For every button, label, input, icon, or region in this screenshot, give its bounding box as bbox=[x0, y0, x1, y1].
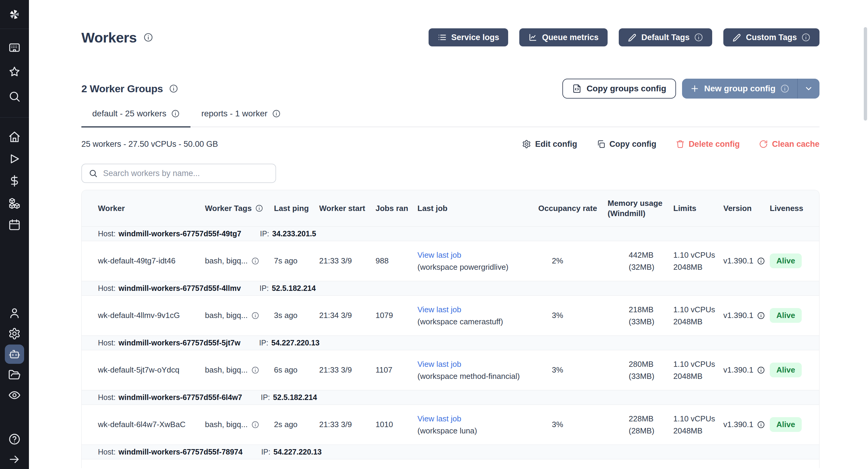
jobs-ran: 1010 bbox=[375, 405, 417, 445]
sidebar-item-schedules[interactable] bbox=[5, 215, 24, 234]
sidebar-item-home[interactable] bbox=[5, 127, 24, 147]
delete-config-label: Delete config bbox=[689, 139, 740, 149]
limit-memory: 2048MB bbox=[673, 426, 703, 435]
scrollbar-thumb[interactable] bbox=[864, 27, 867, 121]
sidebar-item-users[interactable] bbox=[5, 304, 24, 323]
worker-row: wk-default-6l4w7-XwBaC bash, bigq... 2s … bbox=[82, 405, 819, 445]
jobs-ran: 1107 bbox=[375, 350, 417, 390]
info-icon[interactable] bbox=[144, 33, 153, 42]
worker-group-tabs: default - 25 workers reports - 1 worker bbox=[82, 107, 819, 127]
col-worker: Worker bbox=[82, 190, 205, 226]
search-input[interactable] bbox=[103, 169, 269, 178]
chevron-down-icon bbox=[804, 84, 813, 93]
tab-default[interactable]: default - 25 workers bbox=[82, 107, 190, 127]
host-ip: 52.5.182.214 bbox=[273, 393, 317, 402]
info-icon[interactable] bbox=[757, 421, 765, 429]
sidebar-item-settings[interactable] bbox=[5, 324, 24, 343]
edit-config-button[interactable]: Edit config bbox=[522, 139, 577, 149]
pencil-icon bbox=[733, 33, 741, 42]
ip-label: IP: bbox=[259, 284, 269, 292]
ip-label: IP: bbox=[261, 447, 271, 456]
worker-tags: bash, bigq... bbox=[205, 256, 248, 265]
view-last-job-link[interactable]: View last job bbox=[417, 414, 461, 423]
edit-config-label: Edit config bbox=[535, 139, 577, 149]
worker-version: v1.390.1 bbox=[723, 420, 753, 429]
jobs-ran: 1079 bbox=[375, 295, 417, 336]
windmill-logo[interactable] bbox=[0, 0, 29, 29]
sidebar-item-resources[interactable] bbox=[5, 193, 24, 213]
copy-config-button[interactable]: Copy config bbox=[596, 139, 656, 149]
new-group-config-dropdown[interactable] bbox=[798, 79, 819, 99]
workers-table: Worker Worker Tags Last ping Worker star… bbox=[82, 190, 819, 468]
sidebar-item-favorites[interactable] bbox=[5, 62, 24, 82]
col-worker-start: Worker start bbox=[319, 190, 375, 226]
info-icon[interactable] bbox=[251, 257, 259, 265]
copy-groups-config-button[interactable]: Copy groups config bbox=[562, 79, 676, 99]
info-icon[interactable] bbox=[757, 366, 765, 374]
view-last-job-link[interactable]: View last job bbox=[417, 305, 461, 314]
occupancy-rate: 3% bbox=[538, 350, 608, 390]
occupancy-rate: 2% bbox=[538, 241, 608, 281]
last-ping: 7s ago bbox=[274, 241, 319, 281]
memory-windmill: (32MB) bbox=[629, 262, 654, 272]
info-icon[interactable] bbox=[251, 421, 259, 429]
col-memory-usage: Memory usage (Windmill) bbox=[608, 190, 673, 226]
view-last-job-link[interactable]: View last job bbox=[417, 250, 461, 259]
sidebar-item-help[interactable] bbox=[5, 430, 24, 449]
calendar-icon bbox=[8, 219, 21, 231]
host-ip: 52.5.182.214 bbox=[272, 284, 316, 292]
worker-version: v1.390.1 bbox=[723, 256, 753, 265]
info-icon bbox=[272, 110, 281, 118]
info-icon[interactable] bbox=[757, 257, 765, 265]
copy-config-label: Copy config bbox=[610, 139, 656, 149]
copy-icon bbox=[596, 139, 606, 149]
chart-icon bbox=[528, 33, 537, 42]
info-icon[interactable] bbox=[255, 205, 263, 212]
cubes-icon bbox=[8, 196, 21, 209]
host-name: windmill-workers-67757d55f-6l4w7 bbox=[119, 393, 242, 402]
info-icon[interactable] bbox=[251, 312, 259, 319]
memory-windmill: (33MB) bbox=[629, 317, 654, 326]
sidebar-item-workers[interactable] bbox=[5, 345, 24, 364]
clean-cache-button[interactable]: Clean cache bbox=[759, 139, 819, 149]
queue-metrics-button[interactable]: Queue metrics bbox=[519, 28, 608, 46]
sidebar-item-folders[interactable] bbox=[5, 365, 24, 384]
sidebar-item-audit-logs[interactable] bbox=[5, 385, 24, 405]
sidebar-item-runs[interactable] bbox=[5, 149, 24, 168]
pencil-icon bbox=[628, 33, 637, 42]
page-title: Workers bbox=[82, 29, 137, 46]
ip-label: IP: bbox=[260, 229, 269, 238]
memory-usage: 228MB bbox=[629, 414, 653, 423]
host-row: Host:windmill-workers-67757d55f-5jt7wIP:… bbox=[82, 336, 819, 350]
sidebar-item-variables[interactable] bbox=[5, 171, 24, 190]
limit-cpu: 1.10 vCPUs bbox=[673, 250, 715, 259]
search-icon bbox=[89, 169, 98, 178]
worker-name: wk-default-5jt7w-oYdcq bbox=[82, 350, 205, 390]
host-row: Host:windmill-workers-67757d55f-4llmvIP:… bbox=[82, 281, 819, 295]
custom-tags-button[interactable]: Custom Tags bbox=[723, 28, 819, 46]
limit-memory: 2048MB bbox=[673, 317, 703, 326]
default-tags-button[interactable]: Default Tags bbox=[619, 28, 712, 46]
delete-config-button[interactable]: Delete config bbox=[676, 139, 740, 149]
play-icon bbox=[8, 153, 21, 165]
group-summary: 25 workers - 27.50 vCPUs - 50.00 GB bbox=[82, 139, 218, 149]
sidebar-item-workspace[interactable] bbox=[5, 38, 24, 57]
sidebar-item-expand[interactable] bbox=[5, 450, 24, 469]
tab-reports[interactable]: reports - 1 worker bbox=[190, 107, 291, 127]
host-label: Host: bbox=[98, 447, 116, 456]
service-logs-button[interactable]: Service logs bbox=[429, 28, 508, 46]
limit-cpu: 1.10 vCPUs bbox=[673, 305, 715, 314]
host-ip: 34.233.201.5 bbox=[272, 229, 316, 238]
info-icon[interactable] bbox=[251, 366, 259, 374]
new-group-config-button[interactable]: New group config bbox=[682, 79, 819, 99]
view-last-job-link[interactable]: View last job bbox=[417, 359, 461, 369]
default-tags-label: Default Tags bbox=[641, 33, 689, 42]
gear-icon bbox=[8, 327, 21, 340]
info-icon[interactable] bbox=[169, 84, 178, 93]
worker-tags: bash, bigq... bbox=[205, 420, 248, 429]
last-job-workspace: (workspace method-financial) bbox=[417, 372, 520, 381]
sidebar-item-search[interactable] bbox=[5, 87, 24, 106]
info-icon[interactable] bbox=[757, 312, 765, 319]
worker-start: 21:33 3/9 bbox=[319, 241, 375, 281]
worker-tags: bash, bigq... bbox=[205, 311, 248, 320]
